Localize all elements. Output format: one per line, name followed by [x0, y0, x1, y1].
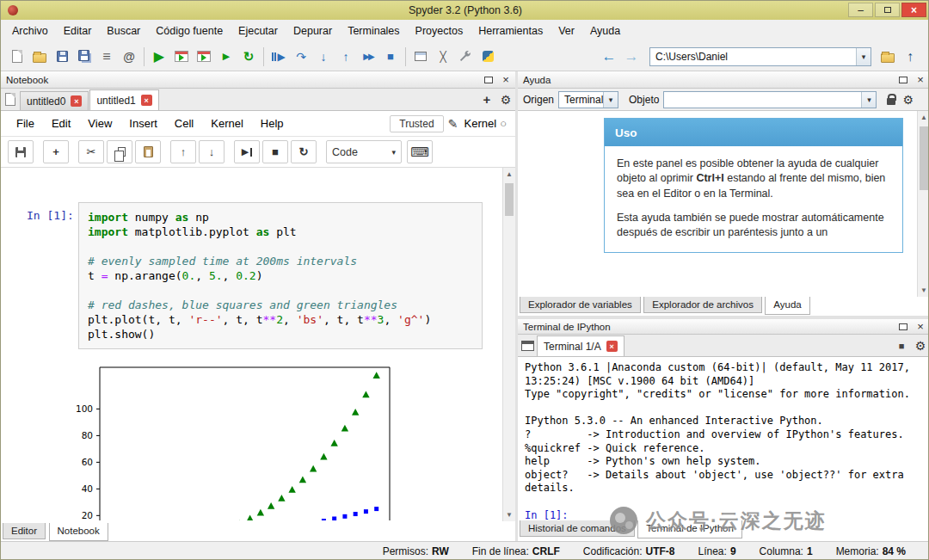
run-button[interactable]: ▶ — [148, 46, 170, 68]
help-options-button[interactable]: ⚙ — [902, 93, 914, 107]
menu-ver[interactable]: Ver — [551, 22, 582, 40]
open-file-button[interactable] — [28, 46, 51, 68]
save-all-button[interactable] — [73, 46, 95, 68]
add-cell-button[interactable]: + — [43, 140, 69, 163]
jupyter-menu-kernel[interactable]: Kernel — [202, 117, 252, 130]
run-cell-button[interactable]: ▶ — [234, 140, 260, 163]
back-button[interactable]: ← — [598, 46, 620, 68]
scroll-up-icon[interactable]: ▲ — [918, 111, 929, 124]
debug-button[interactable]: ▶ — [268, 46, 290, 68]
working-directory-combo[interactable]: C:\Users\Daniel ▾ — [649, 47, 871, 66]
jupyter-menu-edit[interactable]: Edit — [43, 117, 79, 130]
menu-proyectos[interactable]: Proyectos — [408, 22, 471, 40]
cut-cell-button[interactable]: ✂ — [78, 140, 104, 163]
tab-terminal-1a[interactable]: Terminal 1/A × — [537, 335, 624, 356]
close-tab-icon[interactable]: × — [71, 95, 82, 107]
run-cell-button[interactable] — [170, 46, 193, 68]
step-into-button[interactable]: ↓ — [312, 46, 335, 68]
scroll-up-icon[interactable]: ▲ — [503, 168, 515, 181]
continue-button[interactable]: ▶▶ — [357, 46, 379, 68]
tab-variable-explorer[interactable]: Explorador de variables — [520, 297, 641, 313]
undock-icon[interactable] — [484, 77, 493, 83]
menu-ejecutar[interactable]: Ejecutar — [231, 22, 286, 40]
pythonpath-button[interactable] — [477, 46, 499, 68]
new-console-button[interactable] — [518, 336, 537, 355]
scroll-down-icon[interactable]: ▼ — [918, 284, 929, 297]
file-switcher-button[interactable]: ≡ — [95, 46, 118, 68]
tab-history-log[interactable]: Historial de comandos — [520, 520, 635, 537]
jupyter-menu-file[interactable]: File — [8, 117, 43, 130]
chevron-down-icon[interactable]: ▾ — [861, 92, 876, 108]
run-selection-button[interactable]: ▶ — [215, 46, 237, 68]
scrollbar-thumb[interactable] — [920, 126, 928, 190]
step-return-button[interactable]: ↑ — [335, 46, 357, 68]
menu-ayuda[interactable]: Ayuda — [582, 22, 628, 40]
jupyter-menu-view[interactable]: View — [79, 117, 120, 130]
close-pane-icon[interactable]: × — [500, 74, 512, 86]
menu-codigo-fuente[interactable]: Código fuente — [148, 22, 231, 40]
file-browser-button[interactable] — [1, 90, 20, 109]
jupyter-menu-insert[interactable]: Insert — [120, 117, 166, 130]
menu-editar[interactable]: Editar — [56, 22, 100, 40]
interrupt-kernel-button[interactable]: ■ — [262, 140, 288, 163]
notebook-content[interactable]: In [1]: import numpy as npimport matplot… — [1, 168, 502, 521]
parent-directory-button[interactable]: ↑ — [899, 46, 921, 68]
paste-cell-button[interactable] — [135, 140, 161, 163]
maximize-button[interactable] — [875, 3, 900, 17]
restart-kernel-button[interactable]: ↻ — [291, 140, 317, 163]
lock-icon[interactable] — [887, 98, 895, 105]
menu-buscar[interactable]: Buscar — [99, 22, 148, 40]
title-bar[interactable]: Spyder 3.2 (Python 3.6) – × — [1, 1, 929, 20]
step-button[interactable]: ↷ — [290, 46, 312, 68]
console-options-button[interactable]: ⚙ — [911, 336, 929, 355]
new-notebook-button[interactable]: + — [477, 90, 496, 109]
menu-archivo[interactable]: Archivo — [4, 22, 56, 40]
forward-button[interactable]: → — [620, 46, 643, 68]
code-cell[interactable]: import numpy as npimport matplotlib.pypl… — [78, 202, 483, 349]
cell-type-select[interactable]: Code ▾ — [326, 140, 402, 163]
close-tab-icon[interactable]: × — [141, 95, 152, 106]
stop-debug-button[interactable]: ■ — [379, 46, 402, 68]
close-tab-icon[interactable]: × — [606, 341, 618, 352]
help-scrollbar[interactable]: ▲ ▼ — [917, 111, 929, 297]
notebook-scrollbar[interactable]: ▲ ▼ — [502, 168, 515, 521]
maximize-pane-button[interactable] — [409, 46, 432, 68]
trusted-button[interactable]: Trusted — [390, 115, 443, 132]
new-file-button[interactable] — [6, 46, 28, 68]
console-interrupt-button[interactable]: ■ — [892, 336, 911, 355]
undock-icon[interactable] — [899, 323, 907, 330]
close-button[interactable]: × — [901, 3, 926, 17]
tab-notebook[interactable]: Notebook — [49, 523, 108, 541]
scrollbar-thumb[interactable] — [505, 183, 514, 216]
tab-editor[interactable]: Editor — [3, 523, 46, 539]
object-combo[interactable]: ▾ — [663, 91, 877, 108]
run-cell-advance-button[interactable] — [193, 46, 215, 68]
close-pane-icon[interactable]: × — [914, 74, 926, 86]
save-button[interactable] — [51, 46, 73, 68]
rerun-button[interactable]: ↻ — [237, 46, 260, 68]
command-palette-button[interactable]: ⌨ — [407, 140, 433, 163]
tab-ipython-console[interactable]: Terminal de IPython — [637, 520, 742, 538]
browse-directory-button[interactable] — [877, 46, 899, 68]
notebook-options-button[interactable]: ⚙ — [496, 90, 515, 109]
save-notebook-button[interactable] — [8, 140, 34, 163]
console-output-area[interactable]: Python 3.6.1 |Anaconda custom (64-bit)| … — [518, 357, 929, 522]
menu-terminales[interactable]: Terminales — [340, 22, 407, 40]
move-cell-up-button[interactable]: ↑ — [170, 140, 196, 163]
copy-cell-button[interactable] — [107, 140, 132, 163]
symbol-finder-button[interactable]: @ — [118, 46, 140, 68]
preferences-button[interactable] — [454, 46, 477, 68]
scroll-down-icon[interactable]: ▼ — [503, 508, 515, 521]
jupyter-menu-help[interactable]: Help — [252, 117, 292, 130]
chevron-down-icon[interactable]: ▾ — [856, 48, 871, 65]
menu-depurar[interactable]: Depurar — [286, 22, 340, 40]
tab-help[interactable]: Ayuda — [765, 297, 809, 315]
minimize-button[interactable]: – — [848, 3, 873, 17]
source-combo[interactable]: Terminal ▾ — [558, 91, 618, 108]
tab-file-explorer[interactable]: Explorador de archivos — [643, 297, 762, 313]
fullscreen-button[interactable]: ╳ — [432, 46, 454, 68]
tab-untitled1[interactable]: untitled1 × — [89, 89, 158, 110]
undock-icon[interactable] — [899, 77, 907, 83]
jupyter-menu-cell[interactable]: Cell — [166, 117, 202, 130]
close-pane-icon[interactable]: × — [914, 321, 926, 333]
